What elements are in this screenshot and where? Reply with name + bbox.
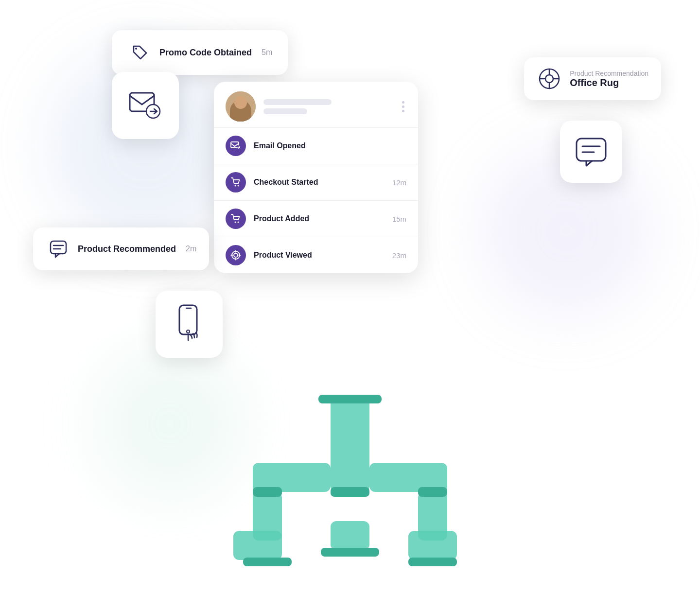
rec-text-block: Product Recommendation Office Rug (570, 70, 648, 88)
more-options-button[interactable] (400, 99, 406, 114)
activity-item-product-viewed: Product Viewed 23m (214, 237, 418, 273)
activity-list: Email Opened Checkout Started 12m (214, 128, 418, 273)
message-icon (50, 240, 67, 258)
svg-rect-37 (331, 395, 369, 492)
target-icon (230, 250, 241, 261)
svg-point-12 (226, 91, 256, 122)
checkout-label: Checkout Started (254, 178, 385, 187)
user-avatar (226, 91, 256, 122)
rec-icon-wrap (537, 66, 562, 91)
svg-rect-42 (233, 531, 282, 560)
svg-point-4 (545, 75, 553, 83)
svg-rect-44 (408, 531, 457, 560)
email-icon (230, 140, 241, 151)
recommendation-icon (538, 67, 561, 90)
svg-rect-47 (331, 487, 369, 497)
svg-point-36 (187, 330, 190, 333)
prod-rec-label: Product Recommended (78, 244, 176, 254)
mail-card-large (112, 72, 179, 139)
mail-icon-large (128, 91, 163, 120)
cart-icon (230, 177, 241, 188)
svg-point-13 (235, 97, 246, 109)
name-placeholder-lines (263, 99, 392, 114)
svg-rect-48 (243, 558, 292, 566)
scene: Promo Code Obtained 5m Product Reco (0, 0, 700, 594)
svg-rect-17 (241, 101, 245, 104)
svg-point-22 (238, 185, 239, 187)
product-added-label: Product Added (254, 214, 385, 223)
svg-rect-51 (318, 395, 382, 403)
svg-point-24 (238, 222, 239, 223)
product-viewed-icon-wrap (226, 245, 246, 265)
chat-icon-large (575, 137, 608, 167)
svg-rect-16 (236, 101, 240, 104)
product-added-icon-wrap (226, 209, 246, 229)
svg-rect-45 (253, 487, 282, 497)
tag-icon (131, 43, 149, 62)
svg-rect-43 (331, 521, 369, 550)
svg-point-26 (234, 253, 238, 257)
activity-item-email: Email Opened (214, 128, 418, 164)
product-recommendation-card: Product Recommendation Office Rug (524, 57, 661, 100)
rec-sub-label: Product Recommendation (570, 70, 648, 77)
svg-rect-49 (321, 548, 379, 557)
avatar-svg (226, 91, 256, 122)
svg-point-15 (236, 97, 245, 107)
svg-rect-50 (408, 558, 457, 566)
promo-code-card: Promo Code Obtained 5m (112, 30, 288, 75)
name-line-2 (263, 108, 307, 114)
promo-time: 5m (262, 48, 272, 57)
email-opened-icon-wrap (226, 136, 246, 156)
activity-item-checkout: Checkout Started 12m (214, 164, 418, 201)
product-recommended-card: Product Recommended 2m (33, 227, 209, 270)
pipeline-diagram (224, 395, 476, 579)
svg-rect-31 (51, 241, 66, 254)
product-viewed-time: 23m (392, 251, 406, 260)
mobile-card-large (156, 291, 223, 358)
svg-rect-46 (418, 487, 447, 497)
activity-item-product-added: Product Added 15m (214, 201, 418, 237)
activity-panel: Email Opened Checkout Started 12m (214, 82, 418, 273)
promo-icon-wrap (127, 40, 153, 65)
svg-point-0 (135, 48, 137, 50)
dot-2 (402, 105, 404, 108)
svg-point-21 (235, 185, 236, 187)
svg-point-23 (235, 222, 236, 223)
product-viewed-label: Product Viewed (254, 251, 385, 260)
blob-3 (97, 351, 243, 497)
dot-3 (402, 110, 404, 112)
checkout-icon-wrap (226, 172, 246, 192)
prod-rec-icon-wrap (46, 236, 71, 262)
email-opened-label: Email Opened (254, 141, 406, 150)
mobile-tap-icon (173, 304, 206, 344)
prod-rec-time: 2m (186, 245, 196, 253)
panel-header (214, 82, 418, 128)
chat-card-large (560, 121, 622, 183)
promo-label: Promo Code Obtained (159, 48, 252, 58)
product-added-time: 15m (392, 215, 406, 223)
svg-rect-9 (577, 139, 606, 161)
name-line-1 (263, 99, 332, 105)
rec-main-label: Office Rug (570, 77, 648, 88)
svg-point-14 (231, 111, 250, 122)
dot-1 (402, 101, 404, 104)
product-added-icon (230, 213, 241, 224)
checkout-time: 12m (392, 178, 406, 187)
